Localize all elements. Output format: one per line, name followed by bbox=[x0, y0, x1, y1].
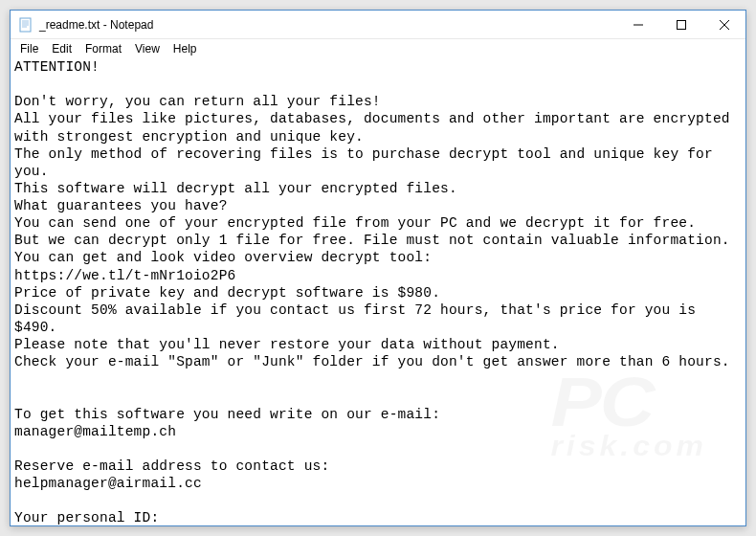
minimize-button[interactable] bbox=[616, 11, 659, 38]
notepad-window: _readme.txt - Notepad File Edit Format V… bbox=[10, 10, 746, 526]
maximize-button[interactable] bbox=[659, 11, 702, 38]
menu-view[interactable]: View bbox=[129, 41, 166, 56]
titlebar[interactable]: _readme.txt - Notepad bbox=[11, 11, 745, 39]
notepad-icon bbox=[18, 17, 33, 33]
menu-format[interactable]: Format bbox=[79, 41, 127, 56]
menu-edit[interactable]: Edit bbox=[46, 41, 78, 56]
menu-help[interactable]: Help bbox=[167, 41, 203, 56]
window-controls bbox=[616, 11, 745, 38]
text-area[interactable]: ATTENTION! Don't worry, you can return a… bbox=[11, 58, 745, 525]
close-button[interactable] bbox=[702, 11, 745, 38]
menu-file[interactable]: File bbox=[14, 41, 44, 56]
menubar: File Edit Format View Help bbox=[11, 39, 745, 58]
window-title: _readme.txt - Notepad bbox=[39, 18, 616, 32]
svg-rect-6 bbox=[677, 20, 685, 29]
